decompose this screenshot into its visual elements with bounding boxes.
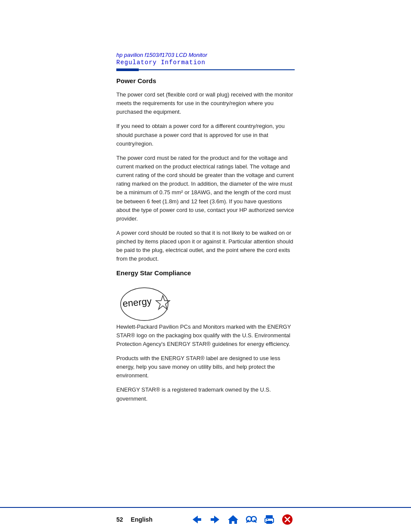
- power-cords-para-4: A power cord should be routed so that it…: [116, 229, 295, 264]
- nav-back-button[interactable]: [190, 513, 204, 526]
- footer-nav: [190, 513, 295, 526]
- section-title: Regulatory Information: [116, 59, 295, 66]
- energy-star-para-2: Products with the ENERGY STAR® label are…: [116, 354, 295, 380]
- energy-star-heading: Energy Star Compliance: [116, 269, 295, 277]
- nav-search-button[interactable]: [244, 513, 258, 526]
- nav-forward-button[interactable]: [208, 513, 222, 526]
- nav-close-button[interactable]: [280, 513, 295, 526]
- power-cords-para-1: The power cord set (flexible cord or wal…: [116, 90, 295, 116]
- svg-marker-3: [193, 516, 201, 523]
- power-cords-para-2: If you need to obtain a power cord for a…: [116, 122, 295, 148]
- header-section: hp pavilion f1503/f1703 LCD Monitor Regu…: [116, 52, 295, 66]
- blue-rule-thin: [139, 69, 295, 70]
- svg-marker-4: [211, 516, 219, 523]
- svg-text:energy: energy: [122, 296, 152, 309]
- svg-rect-8: [251, 518, 252, 520]
- page-container: hp pavilion f1503/f1703 LCD Monitor Regu…: [0, 0, 411, 532]
- nav-home-button[interactable]: [226, 513, 240, 526]
- main-content: hp pavilion f1503/f1703 LCD Monitor Regu…: [0, 0, 411, 507]
- footer: 52 English: [0, 507, 411, 532]
- power-cords-heading: Power Cords: [116, 77, 295, 84]
- energy-star-section: Energy Star Compliance energy Hewlett-Pa…: [116, 269, 295, 403]
- power-cords-para-3: The power cord must be rated for the pro…: [116, 154, 295, 223]
- svg-marker-5: [228, 515, 238, 524]
- energy-star-logo: energy: [116, 283, 172, 321]
- svg-rect-14: [267, 519, 268, 520]
- svg-rect-13: [266, 521, 272, 524]
- blue-rule-thick: [116, 68, 139, 71]
- page-number: 52: [116, 516, 123, 523]
- power-cords-section: Power Cords The power cord set (flexible…: [116, 77, 295, 264]
- nav-print-button[interactable]: [262, 513, 277, 526]
- blue-rule: [116, 68, 295, 71]
- product-title: hp pavilion f1503/f1703 LCD Monitor: [116, 52, 295, 58]
- energy-star-para-1: Hewlett-Packard Pavilion PCs and Monitor…: [116, 323, 295, 348]
- footer-left: 52 English: [116, 516, 153, 523]
- footer-language: English: [131, 516, 153, 523]
- energy-star-para-3: ENERGY STAR® is a registered trademark o…: [116, 386, 295, 403]
